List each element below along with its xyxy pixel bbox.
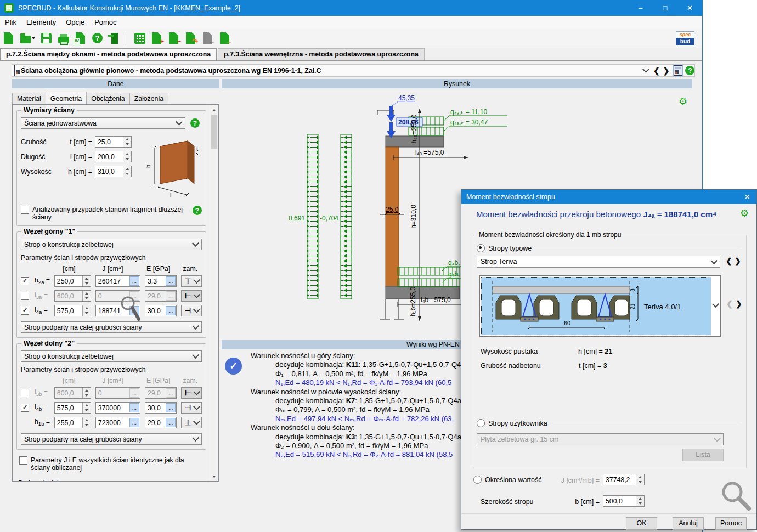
tab-material[interactable]: Materiał bbox=[12, 93, 46, 104]
scroll-up-icon[interactable]: ▲ bbox=[210, 105, 218, 114]
prev-method-arrow[interactable]: ❮ bbox=[653, 66, 660, 75]
copy-element-button[interactable]: ↷ bbox=[183, 31, 198, 46]
length-input[interactable]: 250,0 bbox=[54, 275, 91, 287]
spinner-buttons[interactable] bbox=[82, 417, 91, 428]
bottom-floor-type-dropdown[interactable]: Strop o konstrukcji żelbetowej bbox=[21, 350, 202, 362]
row-checkbox[interactable]: ✓ bbox=[21, 277, 29, 285]
top-floor-type-dropdown[interactable]: Strop o konstrukcji żelbetowej bbox=[21, 239, 202, 250]
j-more-button[interactable]: ... bbox=[129, 276, 139, 286]
next-variant-arrow[interactable]: ❯ bbox=[736, 299, 742, 308]
row-checkbox[interactable]: ✓ bbox=[21, 307, 29, 315]
tab-zalozenia[interactable]: Założenia bbox=[129, 93, 168, 104]
e-more-button[interactable]: ... bbox=[166, 418, 176, 427]
close-button[interactable]: ✕ bbox=[677, 0, 702, 16]
bottom-support-dropdown[interactable]: Strop podparty na całej grubości ściany bbox=[21, 433, 202, 445]
e-input[interactable]: 30,0... bbox=[145, 402, 177, 414]
help-button[interactable]: Pomoc bbox=[715, 517, 747, 530]
tab-obciazenia[interactable]: Obciążenia bbox=[86, 93, 130, 104]
spinner-buttons[interactable] bbox=[123, 137, 131, 147]
e-input[interactable]: 30,0... bbox=[145, 305, 177, 316]
ok-button[interactable]: OK bbox=[626, 517, 657, 530]
floor-picture-selected[interactable]: 3 21 60 Teriva 4.0/1 bbox=[481, 277, 711, 335]
tab-geometria[interactable]: Geometria bbox=[46, 92, 87, 103]
length-input[interactable]: 255,0 bbox=[54, 417, 91, 428]
remove-element-button[interactable]: − bbox=[166, 31, 181, 46]
menu-opcje[interactable]: Opcje bbox=[61, 16, 89, 29]
length-input[interactable]: 575,0 bbox=[54, 305, 91, 316]
wall-type-dropdown[interactable]: Ściana jednowarstwowa bbox=[21, 117, 185, 129]
e-more-button[interactable]: ... bbox=[166, 276, 176, 286]
b-value-input[interactable]: 500,0 bbox=[603, 495, 645, 507]
help-icon[interactable]: ? bbox=[190, 118, 200, 128]
exit-button[interactable] bbox=[107, 31, 122, 46]
j-more-button[interactable]: ... bbox=[129, 418, 139, 427]
dialog-close-icon[interactable]: ✕ bbox=[742, 192, 752, 202]
j-more-button[interactable]: ... bbox=[129, 403, 139, 412]
row-checkbox[interactable]: ✓ bbox=[21, 404, 29, 412]
dialog-settings-gear-icon[interactable]: ⚙ bbox=[740, 208, 749, 218]
help-icon[interactable]: ? bbox=[685, 66, 694, 75]
prev-variant-arrow[interactable]: ❮ bbox=[726, 299, 733, 308]
length-input[interactable]: 575,0 bbox=[54, 402, 91, 414]
support-type-dropdown[interactable]: ⊥ bbox=[181, 417, 202, 428]
help-icon[interactable]: ? bbox=[193, 206, 202, 215]
support-type-dropdown[interactable]: ⊣ bbox=[181, 305, 202, 316]
menu-pomoc[interactable]: Pomoc bbox=[89, 16, 121, 29]
e-input[interactable]: 3,3... bbox=[145, 275, 177, 287]
row-checkbox[interactable] bbox=[21, 389, 29, 397]
spinner-buttons[interactable] bbox=[636, 496, 644, 506]
e-more-button[interactable]: ... bbox=[166, 306, 176, 315]
minimize-button[interactable]: – bbox=[628, 0, 653, 16]
e-input[interactable]: 29,0... bbox=[145, 417, 177, 428]
fragment-checkbox[interactable] bbox=[21, 206, 29, 214]
menu-elementy[interactable]: Elementy bbox=[21, 16, 61, 29]
next-floor-arrow[interactable]: ❯ bbox=[735, 257, 741, 265]
previous-element-button[interactable]: ← bbox=[200, 31, 215, 46]
j-input[interactable]: 723000... bbox=[95, 417, 140, 428]
prev-floor-arrow[interactable]: ❮ bbox=[726, 257, 732, 265]
next-method-arrow[interactable]: ❯ bbox=[663, 66, 670, 75]
top-support-dropdown[interactable]: Strop podparty na całej grubości ściany bbox=[21, 321, 202, 333]
new-file-button[interactable] bbox=[1, 31, 16, 46]
spinner-buttons[interactable] bbox=[123, 151, 131, 162]
spinner-buttons[interactable] bbox=[123, 166, 131, 177]
j-input[interactable]: 370000... bbox=[95, 402, 140, 414]
calculator-button[interactable] bbox=[673, 65, 683, 76]
floor-system-dropdown[interactable]: Strop Teriva bbox=[477, 256, 720, 268]
radio-stropy-typowe[interactable]: Stropy typowe bbox=[477, 244, 532, 252]
j-input[interactable]: 260417... bbox=[95, 275, 140, 287]
next-element-button[interactable]: → bbox=[217, 31, 232, 46]
thickness-input[interactable]: 25,0 bbox=[95, 136, 132, 148]
maximize-button[interactable]: □ bbox=[653, 0, 677, 16]
j-value-input[interactable]: 37748,2 bbox=[603, 474, 645, 485]
export-word-button[interactable]: W bbox=[73, 31, 88, 46]
e-more-button[interactable]: ... bbox=[166, 403, 176, 412]
tab-sciana-wewnetrzna[interactable]: p.7.3.Ściana wewnętrzna - metoda podstaw… bbox=[218, 48, 425, 60]
spinner-buttons[interactable] bbox=[82, 403, 91, 413]
spinner-buttons[interactable] bbox=[82, 276, 91, 286]
support-type-dropdown[interactable]: ⊣ bbox=[181, 402, 202, 414]
help-button[interactable]: ? bbox=[90, 31, 105, 46]
scrollbar-thumb[interactable] bbox=[211, 115, 217, 149]
method-dropdown[interactable]: Ściana obciążona głównie pionowo - metod… bbox=[19, 65, 652, 76]
menu-plik[interactable]: Plik bbox=[0, 16, 21, 29]
length-input[interactable]: 200,0 bbox=[95, 151, 132, 162]
magnifier-icon[interactable] bbox=[719, 479, 753, 512]
save-button[interactable] bbox=[39, 31, 54, 46]
add-element-button[interactable]: + bbox=[149, 31, 164, 46]
floor-list-dropdown[interactable] bbox=[711, 276, 720, 336]
support-type-dropdown[interactable]: ⊤ bbox=[181, 275, 202, 287]
tab-sciana-miedzy-oknami[interactable]: p.7.2.Ściana między oknami - metoda pods… bbox=[0, 48, 217, 60]
radio-okreslona-wartosc[interactable]: Określona wartość bbox=[473, 476, 542, 484]
spinner-buttons[interactable] bbox=[82, 305, 91, 316]
radio-stropy-uzytkownika[interactable]: Stropy użytkownika bbox=[477, 419, 547, 427]
identical-params-checkbox[interactable] bbox=[19, 456, 27, 465]
open-file-button[interactable] bbox=[18, 31, 37, 46]
height-input[interactable]: 310,0 bbox=[95, 166, 132, 177]
spinner-buttons[interactable] bbox=[636, 474, 644, 485]
cancel-button[interactable]: Anuluj bbox=[673, 517, 704, 530]
scroll-down-icon[interactable]: ▼ bbox=[210, 472, 218, 481]
elements-list-button[interactable] bbox=[132, 31, 147, 46]
panel-scrollbar[interactable]: ▲ ▼ bbox=[210, 105, 218, 481]
row-checkbox[interactable] bbox=[21, 292, 29, 300]
